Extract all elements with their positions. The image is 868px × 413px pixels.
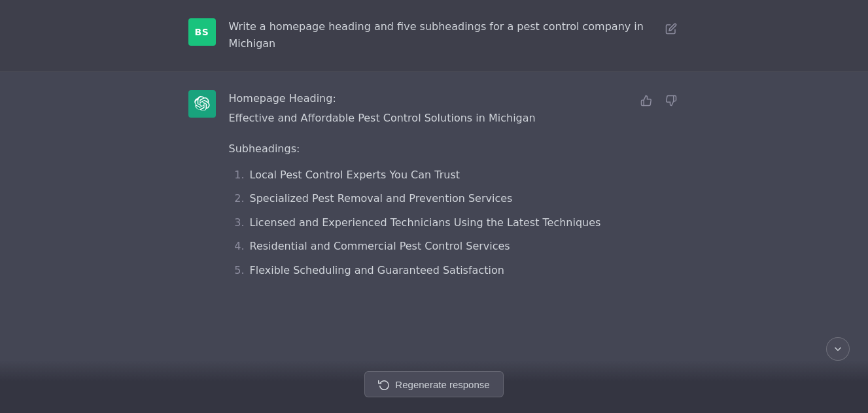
- thumbs-up-icon[interactable]: [637, 91, 655, 110]
- list-item-text: Local Pest Control Experts You Can Trust: [250, 167, 460, 184]
- list-number: 3.: [229, 214, 245, 231]
- chat-container: BS Write a homepage heading and five sub…: [0, 0, 868, 413]
- thumbs-down-icon[interactable]: [662, 91, 680, 110]
- user-message-text: Write a homepage heading and five subhea…: [229, 18, 649, 53]
- list-number: 2.: [229, 190, 245, 207]
- assistant-message-text: Homepage Heading: Effective and Affordab…: [229, 90, 624, 286]
- list-item: 1. Local Pest Control Experts You Can Tr…: [229, 167, 624, 184]
- list-number: 4.: [229, 238, 245, 255]
- regenerate-label: Regenerate response: [395, 379, 489, 390]
- list-number: 1.: [229, 167, 245, 184]
- edit-icon[interactable]: [662, 20, 680, 38]
- list-item-text: Residential and Commercial Pest Control …: [250, 238, 510, 255]
- regenerate-button[interactable]: Regenerate response: [364, 371, 503, 397]
- gpt-avatar: [188, 90, 216, 118]
- list-item: 3. Licensed and Experienced Technicians …: [229, 214, 624, 231]
- list-item: 5. Flexible Scheduling and Guaranteed Sa…: [229, 262, 624, 279]
- homepage-heading-label: Homepage Heading:: [229, 90, 624, 107]
- subheadings-list: 1. Local Pest Control Experts You Can Tr…: [229, 167, 624, 279]
- list-item-text: Specialized Pest Removal and Prevention …: [250, 190, 513, 207]
- list-item-text: Flexible Scheduling and Guaranteed Satis…: [250, 262, 504, 279]
- list-item: 4. Residential and Commercial Pest Contr…: [229, 238, 624, 255]
- scroll-bottom-button[interactable]: [826, 337, 850, 361]
- chevron-down-icon: [832, 343, 844, 355]
- bottom-bar: Regenerate response: [0, 361, 868, 413]
- list-item: 2. Specialized Pest Removal and Preventi…: [229, 190, 624, 207]
- subheadings-label: Subheadings:: [229, 140, 624, 157]
- list-item-text: Licensed and Experienced Technicians Usi…: [250, 214, 601, 231]
- user-avatar: BS: [188, 18, 216, 46]
- assistant-message-actions: [637, 91, 680, 110]
- list-number: 5.: [229, 262, 245, 279]
- user-message-actions: [662, 20, 680, 38]
- regenerate-icon: [378, 378, 390, 390]
- user-message-block: BS Write a homepage heading and five sub…: [0, 0, 868, 72]
- homepage-main-heading: Effective and Affordable Pest Control So…: [229, 110, 624, 127]
